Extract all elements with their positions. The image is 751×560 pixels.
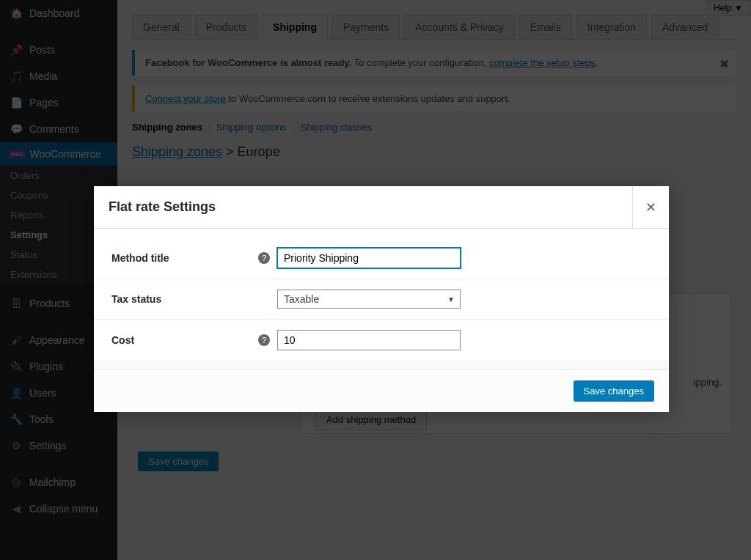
help-icon[interactable]: ?: [258, 334, 270, 346]
flat-rate-settings-modal: Flat rate Settings ✕ Method title ? Tax …: [94, 186, 669, 412]
row-tax-status: Tax status Taxable ▼: [94, 279, 669, 319]
row-cost: Cost ?: [94, 319, 669, 361]
modal-footer: Save changes: [94, 370, 669, 412]
label-method-title: Method title: [111, 252, 258, 264]
label-tax-status: Tax status: [111, 293, 258, 305]
modal-header: Flat rate Settings ✕: [94, 186, 669, 229]
tax-status-select[interactable]: Taxable: [277, 290, 461, 309]
save-changes-button[interactable]: Save changes: [574, 380, 654, 402]
row-method-title: Method title ?: [94, 237, 669, 279]
cost-input[interactable]: [277, 330, 461, 350]
modal-title: Flat rate Settings: [94, 186, 230, 228]
method-title-input[interactable]: [277, 248, 461, 268]
modal-body: Method title ? Tax status Taxable ▼ Cost…: [94, 237, 669, 370]
label-cost: Cost: [111, 334, 258, 346]
close-icon[interactable]: ✕: [632, 186, 669, 228]
help-icon[interactable]: ?: [258, 252, 270, 264]
